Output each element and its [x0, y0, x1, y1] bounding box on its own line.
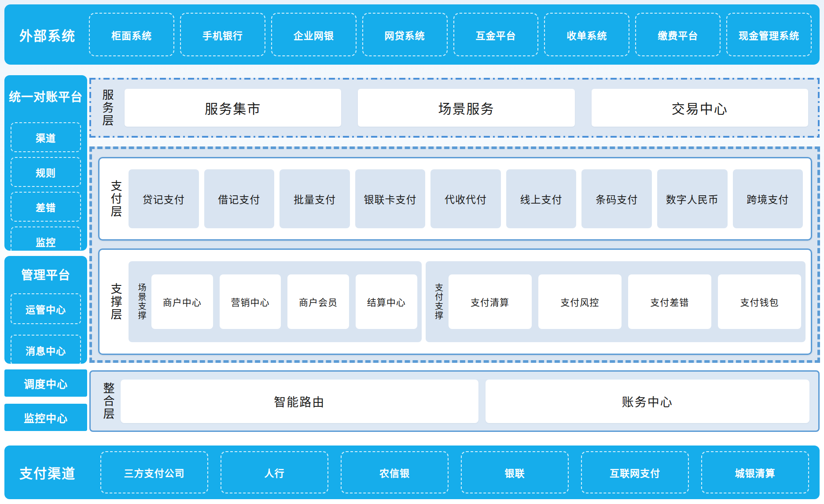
- scene-support-items: 商户中心 营销中心 商户会员 结算中心: [151, 274, 417, 329]
- payment-box: 批量支付: [280, 169, 350, 228]
- reconciliation-platform-title: 统一对账平台: [4, 88, 87, 105]
- payment-support-group: 支付支撑 支付清算 支付风控 支付差错 支付钱包: [426, 261, 806, 342]
- payment-box: 跨境支付: [733, 169, 803, 228]
- payment-support-items: 支付清算 支付风控 支付差错 支付钱包: [449, 274, 801, 329]
- service-box: 服务集市: [125, 89, 341, 127]
- payment-layer-label: 支付层: [105, 180, 126, 218]
- integration-box: 智能路由: [121, 380, 478, 423]
- support-box: 支付风控: [538, 274, 622, 329]
- external-system-box: 缴费平台: [635, 13, 721, 56]
- management-item: 消息中心: [11, 335, 81, 365]
- support-box: 结算中心: [356, 274, 417, 329]
- scene-support-group: 场景支撑 商户中心 营销中心 商户会员 结算中心: [129, 261, 422, 342]
- payment-layer-items: 贷记支付 借记支付 批量支付 银联卡支付 代收代付 线上支付 条码支付 数字人民…: [129, 169, 803, 228]
- service-layer-container: 服务层 服务集市 场景服务 交易中心: [89, 78, 820, 138]
- integration-box: 账务中心: [486, 380, 809, 423]
- external-system-box: 现金管理系统: [726, 13, 812, 56]
- monitoring-center-box: 监控中心: [4, 404, 87, 431]
- payment-box: 条码支付: [581, 169, 652, 228]
- reconciliation-item: 差错: [11, 192, 81, 222]
- external-systems-bar: 外部系统 柜面系统 手机银行 企业网银 网贷系统 互金平台 收单系统 缴费平台 …: [4, 4, 820, 65]
- support-box: 支付钱包: [718, 274, 801, 329]
- support-box: 支付差错: [628, 274, 711, 329]
- payment-channels-items: 三方支付公司 人行 农信银 银联 互联网支付 城银清算: [100, 451, 809, 493]
- payment-channels-title: 支付渠道: [4, 463, 89, 482]
- payment-architecture-diagram: 外部系统 柜面系统 手机银行 企业网银 网贷系统 互金平台 收单系统 缴费平台 …: [0, 0, 824, 504]
- service-box: 交易中心: [592, 89, 808, 127]
- management-platform-title: 管理平台: [4, 266, 87, 283]
- management-platform-panel: 管理平台 运管中心 消息中心: [4, 256, 87, 364]
- support-layer-panel: 支撑层 场景支撑 商户中心 营销中心 商户会员 结算中心 支付支撑 支付清算 支…: [98, 248, 812, 355]
- payment-channel-box: 三方支付公司: [100, 451, 208, 493]
- payment-channel-box: 城银清算: [701, 451, 809, 493]
- service-box: 场景服务: [358, 89, 574, 127]
- payment-box: 贷记支付: [129, 169, 199, 228]
- support-box: 商户中心: [151, 274, 213, 329]
- payment-box: 借记支付: [204, 169, 275, 228]
- external-system-box: 企业网银: [271, 13, 357, 56]
- external-system-box: 手机银行: [180, 13, 265, 56]
- payment-channel-box: 农信银: [341, 451, 449, 493]
- support-layer-label: 支撑层: [105, 283, 126, 321]
- payment-channel-box: 互联网支付: [581, 451, 689, 493]
- scene-support-label: 场景支撑: [133, 283, 150, 320]
- payment-channel-box: 人行: [221, 451, 328, 493]
- payment-box: 代收代付: [430, 169, 501, 228]
- payment-support-label: 支付支撑: [430, 283, 447, 320]
- service-layer-label: 服务层: [96, 89, 118, 127]
- support-box: 支付清算: [449, 274, 532, 329]
- support-box: 营销中心: [220, 274, 281, 329]
- integration-layer-panel: 整合层 智能路由 账务中心: [89, 370, 820, 432]
- external-system-box: 收单系统: [544, 13, 629, 56]
- payment-layer-panel: 支付层 贷记支付 借记支付 批量支付 银联卡支付 代收代付 线上支付 条码支付 …: [98, 157, 812, 241]
- payment-channel-box: 银联: [461, 451, 569, 493]
- external-system-box: 互金平台: [453, 13, 539, 56]
- core-layers-container: 支付层 贷记支付 借记支付 批量支付 银联卡支付 代收代付 线上支付 条码支付 …: [89, 146, 820, 363]
- scheduling-center-box: 调度中心: [4, 369, 87, 397]
- external-systems-title: 外部系统: [4, 25, 89, 44]
- reconciliation-platform-panel: 统一对账平台 渠道 规则 差错 监控: [4, 75, 87, 251]
- reconciliation-item: 监控: [11, 226, 81, 256]
- external-system-box: 柜面系统: [89, 13, 174, 56]
- reconciliation-item: 渠道: [11, 122, 81, 152]
- payment-channels-bar: 支付渠道 三方支付公司 人行 农信银 银联 互联网支付 城银清算: [4, 446, 820, 499]
- payment-box: 线上支付: [506, 169, 577, 228]
- external-system-box: 网贷系统: [362, 13, 448, 56]
- service-layer-items: 服务集市 场景服务 交易中心: [125, 89, 808, 127]
- reconciliation-item: 规则: [11, 157, 81, 187]
- management-item: 运管中心: [11, 293, 81, 324]
- payment-box: 数字人民币: [657, 169, 728, 228]
- integration-layer-label: 整合层: [98, 382, 118, 420]
- external-systems-items: 柜面系统 手机银行 企业网银 网贷系统 互金平台 收单系统 缴费平台 现金管理系…: [89, 13, 812, 56]
- support-box: 商户会员: [287, 274, 349, 329]
- payment-box: 银联卡支付: [355, 169, 426, 228]
